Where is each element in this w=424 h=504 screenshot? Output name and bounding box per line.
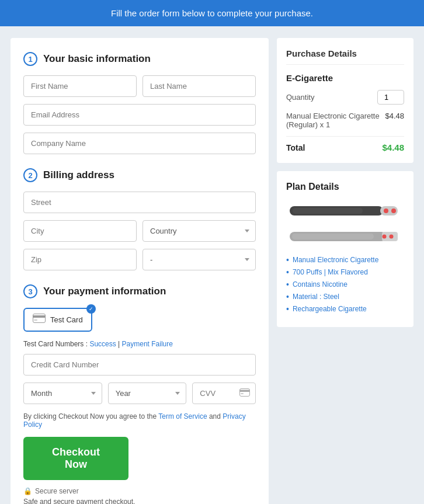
email-row [23,104,256,126]
feature-item: Manual Electronic Cigarette [286,255,404,265]
item-price: $4.48 [385,112,404,120]
expiry-cvv-row: Month 01 02 03 04 05 06 07 08 09 10 11 1… [23,383,256,404]
lock-icon: 🔒 [23,487,32,495]
payment-options: ✓ Test Card [23,308,256,332]
quantity-label: Quantity [286,93,314,102]
svg-point-14 [390,235,394,239]
feature-item: Rechargeable Cigarette [286,304,404,314]
svg-rect-3 [240,388,250,396]
total-row: Total $4.48 [286,136,404,152]
secure-subtext: Safe and secure payment checkout. [23,498,256,504]
total-price: $4.48 [382,142,404,152]
svg-rect-15 [292,234,374,239]
feature-item: Material : Steel [286,292,404,301]
right-panel: Purchase Details E-Cigarette Quantity Ma… [277,38,413,504]
city-input[interactable] [23,220,137,242]
total-label: Total [286,143,305,152]
zip-state-row: - [23,249,256,270]
top-banner: Fill the order form below to complete yo… [0,0,424,26]
section-billing: 2 Billing address Country United States … [23,168,256,270]
plan-details-title: Plan Details [286,182,404,192]
section3-number: 3 [23,284,37,298]
quantity-row: Quantity [286,90,404,105]
test-card-note: Test Card Numbers : Success | Payment Fa… [23,340,256,348]
card-number-row [23,354,256,376]
purchase-details-card: Purchase Details E-Cigarette Quantity Ma… [277,38,413,163]
company-row [23,133,256,154]
cvv-wrap [192,383,256,404]
content-area: 1 Your basic information 2 Billi [0,26,424,504]
secure-text: 🔒 Secure server [23,487,256,495]
cigarette-image-1 [290,200,401,221]
section1-title: 1 Your basic information [23,52,256,66]
price-row: Manual Electronic Cigarette (Regular) x … [286,112,404,129]
zip-input[interactable] [23,249,137,270]
plan-details-card: Plan Details [277,171,413,327]
check-badge: ✓ [86,304,96,314]
city-country-row: Country United States United Kingdom [23,220,256,242]
section-payment: 3 Your payment information ✓ [23,284,256,504]
last-name-input[interactable] [143,75,256,97]
test-card-label: Test Card [50,315,83,324]
section-basic-info: 1 Your basic information [23,52,256,154]
feature-item: 700 Puffs | Mix Flavored [286,267,404,277]
svg-rect-10 [293,208,363,214]
success-link[interactable]: Success [89,340,116,348]
cigarette-image-2 [290,226,401,247]
test-card-option[interactable]: ✓ Test Card [23,308,92,332]
first-name-input[interactable] [23,75,137,97]
credit-card-input[interactable] [23,354,256,376]
item-description: Manual Electronic Cigarette (Regular) x … [286,112,385,129]
company-input[interactable] [23,133,256,154]
svg-point-8 [384,208,388,213]
terms-text: By clicking Checkout Now you agree to th… [23,412,256,429]
section2-number: 2 [23,168,37,182]
page-wrapper: Fill the order form below to complete yo… [0,0,424,504]
product-title: E-Cigarette [286,73,404,83]
feature-item: Contains Nicotine [286,280,404,289]
svg-rect-0 [33,314,46,323]
left-panel: 1 Your basic information 2 Billi [11,38,269,504]
section2-title-wrap: 2 Billing address [23,168,256,182]
street-input[interactable] [23,192,256,213]
section3-title-wrap: 3 Your payment information [23,284,256,298]
month-select[interactable]: Month 01 02 03 04 05 06 07 08 09 10 11 1… [23,383,102,404]
svg-rect-4 [239,390,250,392]
year-select[interactable]: Year 2024 2025 2026 [108,383,187,404]
separator: | [118,340,120,348]
quantity-input[interactable] [377,90,404,105]
checkout-button[interactable]: Checkout Now [23,437,128,480]
svg-point-13 [383,235,387,239]
email-input[interactable] [23,104,256,126]
card-icon [33,314,46,326]
country-select[interactable]: Country United States United Kingdom [143,220,256,242]
cvv-icon [239,388,250,399]
purchase-details-title: Purchase Details [286,48,404,65]
svg-point-9 [391,208,396,213]
banner-text: Fill the order form below to complete yo… [111,8,313,18]
privacy-link[interactable]: Privacy Policy [23,412,246,429]
street-row [23,192,256,213]
name-row [23,75,256,97]
product-features: Manual Electronic Cigarette700 Puffs | M… [286,255,404,314]
svg-rect-5 [241,393,244,394]
svg-rect-1 [33,315,46,318]
failure-link[interactable]: Payment Failure [122,340,173,348]
state-select[interactable]: - [143,249,256,270]
section1-number: 1 [23,52,37,66]
product-image-area [286,200,404,247]
svg-rect-2 [34,319,37,321]
terms-link[interactable]: Term of Service [158,412,207,420]
